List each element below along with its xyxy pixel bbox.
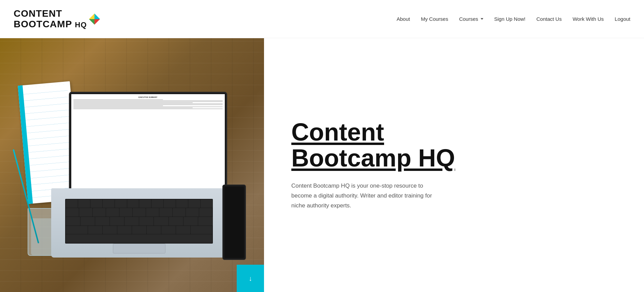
screen-doc-line <box>73 104 223 105</box>
nav-item-about[interactable]: About <box>397 16 410 22</box>
laptop-trackpad <box>113 244 166 253</box>
laptop-body <box>51 188 227 257</box>
notebook-spine <box>18 85 33 204</box>
screen-doc-line <box>73 101 223 102</box>
sign-up-link[interactable]: Sign Up Now! <box>494 16 526 22</box>
laptop-prop: EXECUTIVE SUMMARY <box>51 92 227 264</box>
logo-arrow-icon <box>88 13 101 25</box>
hero-image: EXECUTIVE SUMMARY <box>0 38 264 292</box>
svg-marker-0 <box>94 13 100 19</box>
screen-document: EXECUTIVE SUMMARY <box>71 94 225 196</box>
nav-item-courses[interactable]: Courses <box>459 16 483 22</box>
my-courses-link[interactable]: My Courses <box>421 16 448 22</box>
laptop-keyboard <box>65 199 213 244</box>
hero-text-area: Content Bootcamp HQ Content Bootcamp HQ … <box>264 38 644 292</box>
hero-description: Content Bootcamp HQ is your one-stop res… <box>291 181 435 211</box>
hero-content: Content Bootcamp HQ Content Bootcamp HQ … <box>291 119 455 211</box>
teal-scroll-button[interactable]: ↓ <box>237 265 264 292</box>
navigation: CONTENT BOOTCAMP HQ About My Courses Cou… <box>0 0 644 38</box>
svg-marker-2 <box>89 13 94 19</box>
nav-item-my-courses[interactable]: My Courses <box>421 16 448 22</box>
nav-item-contact[interactable]: Contact Us <box>537 16 562 22</box>
work-with-us-link[interactable]: Work With Us <box>573 16 604 22</box>
nav-links: About My Courses Courses Sign Up Now! Co… <box>397 16 630 22</box>
screen-doc-line <box>73 107 193 108</box>
hero-title-line2: Bootcamp HQ <box>291 144 455 172</box>
phone-screen <box>224 187 244 258</box>
about-link[interactable]: About <box>397 16 410 22</box>
screen-doc-line <box>73 103 223 104</box>
screen-doc-line <box>73 105 163 106</box>
screen-doc-line <box>73 100 223 101</box>
logo-text: CONTENT BOOTCAMP HQ <box>14 9 87 30</box>
chevron-down-icon <box>481 18 483 20</box>
laptop-screen: EXECUTIVE SUMMARY <box>69 92 227 199</box>
scroll-down-icon: ↓ <box>249 275 252 282</box>
nav-item-sign-up[interactable]: Sign Up Now! <box>494 16 526 22</box>
screen-doc-line <box>73 102 193 103</box>
svg-marker-1 <box>94 19 100 25</box>
hero-title-line1: Content <box>291 118 384 146</box>
phone-prop <box>222 185 246 260</box>
courses-link[interactable]: Courses <box>459 16 478 22</box>
hero-section: EXECUTIVE SUMMARY <box>0 38 644 292</box>
svg-marker-3 <box>89 19 94 25</box>
screen-doc-line <box>73 108 223 109</box>
screen-doc-line <box>73 106 223 107</box>
nav-item-work-with-us[interactable]: Work With Us <box>573 16 604 22</box>
screen-doc-line <box>73 99 163 100</box>
hero-image-area: EXECUTIVE SUMMARY <box>0 38 264 292</box>
logo[interactable]: CONTENT BOOTCAMP HQ <box>14 9 101 30</box>
nav-item-logout[interactable]: Logout <box>615 16 630 22</box>
laptop-scene: EXECUTIVE SUMMARY <box>13 57 251 273</box>
screen-doc-title: EXECUTIVE SUMMARY <box>73 96 223 98</box>
laptop-screen-content: EXECUTIVE SUMMARY <box>71 94 225 196</box>
contact-link[interactable]: Contact Us <box>537 16 562 22</box>
logout-link[interactable]: Logout <box>615 16 630 22</box>
hero-title: Content Bootcamp HQ <box>291 119 455 171</box>
